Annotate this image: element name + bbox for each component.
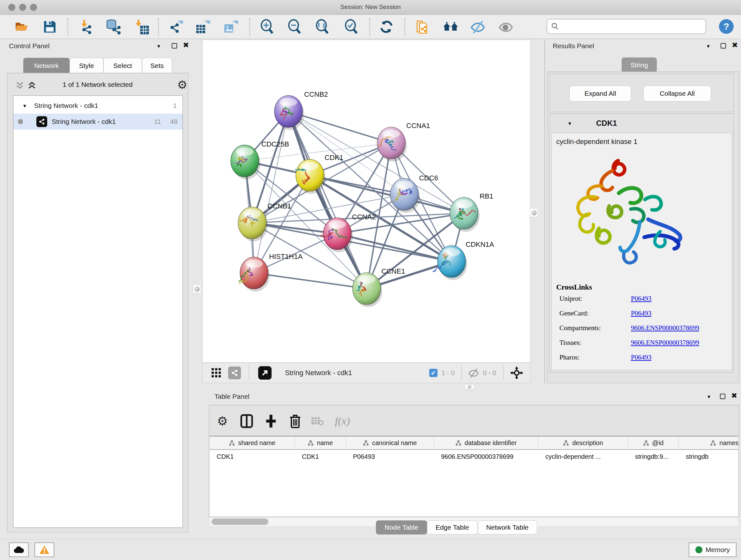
memory-button[interactable]: Memory [689,543,737,557]
column-header-name[interactable]: name [295,436,346,449]
cloud-status-button[interactable] [9,543,29,557]
network-row[interactable]: String Network - cdk1 11 48 [13,114,183,130]
right-splitter-handle[interactable] [530,208,538,217]
column-header-description[interactable]: description [538,436,628,449]
share-network-document-icon[interactable] [413,18,430,35]
node-table[interactable]: shared namenamecanonical namedatabase id… [210,436,738,516]
control-panel-close-icon[interactable]: ✖ [183,41,189,50]
tab-network[interactable]: Network [23,58,70,73]
results-panel-menu-icon[interactable]: ▼ [706,44,711,49]
table-hscrollbar-thumb[interactable] [212,518,268,525]
collection-collapse-icon[interactable]: ▼ [22,103,27,109]
table-panel: Table Panel ▼ ✖ ⚙ f(x) shared namenameca… [207,390,741,538]
import-network-database-icon[interactable] [105,18,121,35]
function-builder-icon[interactable]: f(x) [334,413,351,429]
zoom-selected-icon[interactable] [343,18,360,35]
tab-select[interactable]: Select [104,58,142,73]
column-header-shared-name[interactable]: shared name [210,436,295,449]
import-network-file-icon[interactable] [78,18,95,35]
zoom-in-icon[interactable] [259,18,276,35]
collapse-all-button[interactable]: Collapse All [643,85,711,102]
open-session-icon[interactable] [13,18,30,35]
gene-collapse-icon[interactable]: ▼ [567,121,572,126]
export-table-icon[interactable] [194,18,211,35]
crosslink-label: Tissues: [559,339,581,347]
grid-view-icon[interactable] [212,368,221,378]
crosslink-link[interactable]: P06493 [631,309,651,317]
table-options-gear-icon[interactable]: ⚙ [214,413,231,429]
table-cell[interactable]: 9606.ENSP00000378699 [434,450,538,463]
delete-column-trash-icon[interactable] [287,413,304,429]
tab-style[interactable]: Style [70,58,104,73]
search-input[interactable] [559,23,697,30]
table-cell[interactable]: stringdb [679,450,738,463]
network-label: String Network - cdk1 [52,118,116,125]
network-share-icon[interactable] [228,367,241,379]
show-columns-icon[interactable] [239,413,255,429]
show-results-eye-icon[interactable] [497,18,514,35]
table-cell[interactable]: CDK1 [295,450,346,463]
hide-results-eye-icon[interactable] [469,18,486,35]
crosslink-link[interactable]: P06493 [631,354,651,361]
network-canvas[interactable]: CCNB2CCNA1CDC25BCDK1CDC6RB1CCNB1CCNA2CDK… [202,40,530,363]
tab-string[interactable]: String [622,57,657,72]
column-header-namespace[interactable]: namespace [679,436,738,449]
toolbar-separator [67,18,68,36]
table-header-row: shared namenamecanonical namedatabase id… [210,436,738,450]
network-collection-row[interactable]: ▼ String Network - cdk1 1 [13,98,183,114]
detach-view-icon[interactable] [258,366,272,380]
table-panel-close-icon[interactable]: ✖ [731,391,737,400]
horizontal-splitter-handle[interactable] [465,384,474,389]
network-options-gear-icon[interactable]: ⚙ [177,78,187,91]
table-tabs: Node Table Edge Table Network Table [376,520,537,535]
fit-content-crosshair-icon[interactable] [510,367,523,379]
add-column-icon[interactable] [263,413,279,429]
table-cell[interactable]: P06493 [346,450,434,463]
import-table-file-icon[interactable] [133,18,150,35]
delete-table-icon[interactable] [309,413,326,429]
network-selected-status: 1 of 1 Network selected [7,81,188,88]
table-row[interactable]: CDK1CDK1P064939606.ENSP00000378699cyclin… [210,450,738,463]
zoom-fit-icon[interactable] [314,18,331,35]
column-header--id[interactable]: @id [628,436,679,449]
column-header-canonical-name[interactable]: canonical name [346,436,434,449]
gene-symbol: CDK1 [596,119,617,128]
gene-description: cyclin-dependent kinase 1 [556,138,637,146]
tab-sets[interactable]: Sets [142,58,172,73]
tab-network-table[interactable]: Network Table [478,520,537,535]
crosslink-link[interactable]: 9606.ENSP00000378699 [631,324,699,332]
string-network-graph[interactable]: CCNB2CCNA1CDC25BCDK1CDC6RB1CCNB1CCNA2CDK… [203,40,530,362]
results-panel-close-icon[interactable]: ✖ [732,41,738,50]
selected-nodes-checkbox-icon[interactable]: ✔ [429,369,437,377]
expand-all-button[interactable]: Expand All [569,85,631,102]
tab-node-table[interactable]: Node Table [376,520,427,535]
node-label-CDKN1A: CDKN1A [466,240,494,248]
crosslink-row: Uniprot:P06493 [552,295,732,309]
table-panel-float-icon[interactable] [720,394,725,399]
save-session-icon[interactable] [42,18,58,35]
table-panel-menu-icon[interactable]: ▼ [706,394,711,399]
node-label-RB1: RB1 [480,192,493,200]
zoom-out-icon[interactable] [286,18,303,35]
toolbar-search[interactable] [547,19,706,34]
export-network-icon[interactable] [167,18,184,35]
table-cell[interactable]: stringdb:9... [628,450,679,463]
crosslink-link[interactable]: P06493 [631,295,651,303]
help-button[interactable]: ? [719,19,734,34]
crosslink-label: Uniprot: [559,295,582,303]
left-splitter-handle[interactable] [193,285,201,294]
string-home-icon[interactable] [442,18,459,35]
export-image-icon[interactable] [222,18,239,35]
tab-edge-table[interactable]: Edge Table [427,520,478,535]
control-panel-float-icon[interactable] [172,43,177,49]
warning-status-button[interactable] [35,543,54,557]
refresh-icon[interactable] [378,18,395,35]
results-panel-float-icon[interactable] [721,43,726,49]
table-cell[interactable]: CDK1 [210,450,295,463]
control-panel-menu-icon[interactable]: ▼ [156,44,161,49]
crosslink-link[interactable]: 9606.ENSP00000378699 [631,339,699,347]
search-icon [551,22,559,30]
column-header-database-identifier[interactable]: database identifier [434,436,538,449]
hidden-items-eye-icon[interactable] [468,368,480,378]
table-cell[interactable]: cyclin-dependent ... [538,450,628,463]
